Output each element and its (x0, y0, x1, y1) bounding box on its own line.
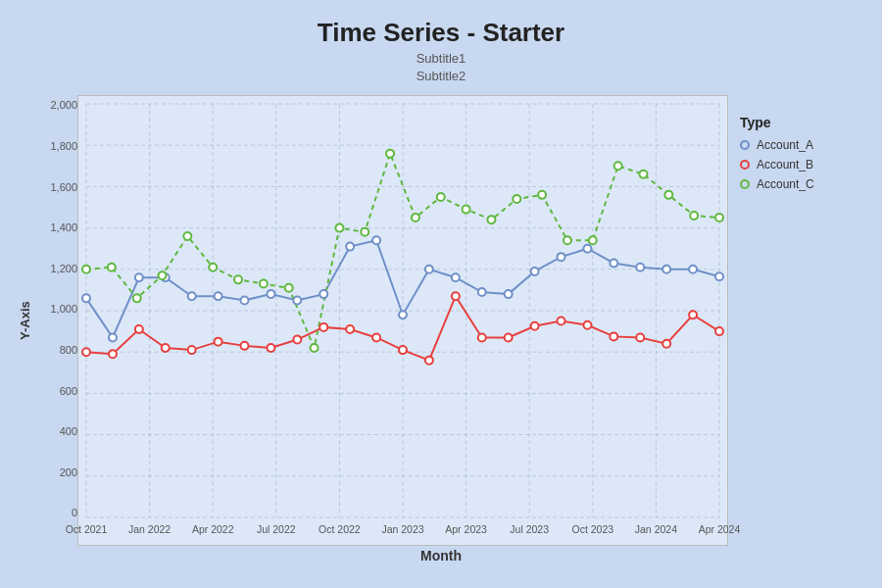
svg-point-57 (346, 325, 354, 333)
svg-point-63 (505, 334, 513, 342)
legend-dot-a (740, 140, 750, 150)
svg-point-94 (639, 171, 647, 178)
svg-point-36 (452, 274, 460, 282)
svg-point-35 (425, 266, 433, 273)
x-tick: Jan 2023 (381, 523, 423, 535)
svg-point-51 (188, 346, 196, 354)
svg-point-24 (135, 274, 143, 282)
svg-point-82 (335, 224, 343, 232)
svg-point-23 (109, 334, 117, 342)
svg-point-73 (108, 264, 116, 271)
page: Time Series - Starter Subtitle1 Subtitle… (0, 0, 882, 588)
svg-point-59 (399, 346, 407, 354)
svg-point-43 (636, 264, 644, 271)
svg-point-56 (319, 323, 327, 331)
svg-point-71 (715, 327, 723, 335)
svg-point-54 (267, 344, 274, 352)
x-tick: Jan 2024 (635, 523, 677, 535)
svg-point-22 (82, 295, 90, 303)
svg-point-84 (386, 150, 394, 158)
x-tick: Oct 2022 (318, 523, 361, 535)
svg-point-47 (82, 349, 90, 357)
svg-point-78 (234, 276, 242, 284)
svg-point-69 (662, 340, 670, 348)
svg-point-26 (188, 293, 196, 301)
legend-dot-c (740, 179, 750, 189)
svg-point-66 (583, 321, 591, 329)
svg-point-38 (505, 290, 513, 298)
y-tick: 200 (60, 466, 77, 478)
y-tick: 1,600 (50, 181, 77, 193)
svg-point-53 (241, 342, 249, 350)
svg-point-37 (478, 288, 486, 296)
svg-point-48 (109, 351, 117, 359)
svg-point-72 (82, 266, 90, 273)
svg-point-93 (614, 163, 622, 171)
svg-point-55 (293, 336, 301, 344)
legend-label-c: Account_C (757, 177, 814, 191)
chart-area: Y-Axis 2,0001,8001,6001,4001,2001,000800… (15, 95, 867, 546)
svg-point-61 (452, 293, 460, 301)
svg-point-44 (662, 266, 670, 273)
svg-point-97 (715, 214, 723, 221)
svg-point-76 (183, 232, 191, 240)
svg-point-62 (478, 334, 486, 342)
x-axis-title: Month (420, 548, 462, 564)
svg-point-68 (636, 334, 644, 342)
svg-point-67 (610, 333, 617, 341)
chart-title: Time Series - Starter (318, 18, 564, 48)
svg-point-28 (241, 297, 249, 305)
y-axis-label: Y-Axis (15, 95, 34, 546)
svg-point-42 (610, 260, 617, 268)
svg-point-95 (664, 191, 672, 199)
svg-point-46 (715, 273, 723, 281)
x-tick: Apr 2024 (699, 523, 741, 535)
legend: Type Account_A Account_B Account_C (740, 95, 867, 546)
svg-point-30 (293, 297, 301, 305)
y-tick: 2,000 (50, 99, 77, 111)
subtitle: Subtitle1 Subtitle2 (416, 50, 466, 85)
svg-point-70 (689, 312, 697, 319)
svg-point-29 (267, 290, 274, 298)
x-tick: Apr 2022 (192, 523, 234, 535)
chart-with-yaxis: 2,0001,8001,6001,4001,2001,0008006004002… (36, 95, 867, 546)
svg-point-75 (159, 272, 167, 280)
svg-point-49 (135, 325, 143, 333)
svg-point-96 (690, 212, 698, 220)
svg-point-88 (487, 217, 495, 224)
y-tick: 1,200 (50, 263, 77, 274)
svg-point-58 (372, 334, 380, 342)
svg-point-74 (133, 295, 141, 303)
chart-and-legend: Oct 2021Jan 2022Apr 2022Jul 2022Oct 2022… (77, 95, 867, 546)
svg-point-92 (589, 237, 597, 245)
svg-point-31 (319, 290, 327, 298)
svg-point-60 (425, 357, 433, 365)
svg-point-27 (215, 293, 222, 301)
y-tick: 400 (60, 425, 77, 437)
svg-point-77 (209, 264, 217, 271)
legend-item-b: Account_B (740, 158, 867, 172)
legend-dot-b (740, 160, 750, 170)
svg-point-91 (564, 237, 571, 245)
svg-point-86 (437, 193, 445, 201)
svg-point-90 (538, 191, 546, 199)
y-tick: 1,000 (50, 303, 77, 315)
x-tick: Oct 2021 (66, 523, 108, 535)
legend-label-a: Account_A (757, 138, 813, 152)
svg-point-83 (361, 228, 368, 236)
x-axis-labels: Oct 2021Jan 2022Apr 2022Jul 2022Oct 2022… (78, 517, 727, 545)
y-ticks: 2,0001,8001,6001,4001,2001,0008006004002… (36, 95, 77, 546)
svg-point-79 (260, 280, 268, 288)
x-tick: Jul 2023 (510, 523, 549, 535)
svg-point-45 (689, 266, 697, 273)
svg-point-41 (583, 245, 591, 253)
svg-point-52 (215, 338, 222, 346)
legend-item-a: Account_A (740, 138, 867, 152)
svg-point-50 (162, 344, 170, 352)
svg-point-64 (531, 322, 539, 330)
svg-point-87 (463, 206, 470, 214)
svg-point-32 (346, 243, 354, 251)
svg-point-65 (558, 318, 565, 325)
legend-label-b: Account_B (757, 158, 813, 172)
legend-item-c: Account_C (740, 177, 867, 191)
